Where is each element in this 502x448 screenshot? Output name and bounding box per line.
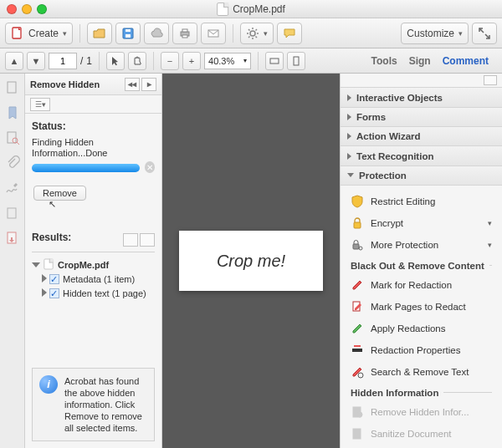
svg-rect-6 [182, 35, 187, 38]
fit-width-button[interactable] [265, 52, 284, 70]
lock-gear-icon [351, 238, 364, 252]
arrow-down-icon: ▼ [32, 56, 41, 66]
fit-page-button[interactable] [287, 52, 305, 70]
svg-rect-17 [270, 59, 279, 64]
apply-redactions-item[interactable]: Apply Redactions [344, 318, 499, 339]
next-page-button[interactable]: ▼ [27, 52, 45, 70]
select-tool-button[interactable] [106, 52, 125, 70]
email-button[interactable] [201, 23, 226, 44]
info-message-text: Acrobat has found the above hidden infor… [64, 375, 147, 434]
toolbar-separator [258, 52, 259, 70]
tab-comment[interactable]: Comment [443, 55, 489, 67]
accordion-protection[interactable]: Protection [341, 166, 502, 186]
page-number-input[interactable] [49, 53, 77, 69]
svg-point-31 [358, 373, 363, 378]
create-button-label: Create [28, 28, 59, 39]
export-pdf-icon[interactable] [5, 231, 20, 246]
tree-root[interactable]: CropMe.pdf [32, 257, 155, 272]
layers-icon[interactable] [5, 206, 20, 221]
customize-button-label: Customize [407, 28, 454, 39]
open-button[interactable] [87, 23, 112, 44]
panel-options-button[interactable]: ☰▾ [30, 98, 50, 111]
signatures-icon[interactable] [5, 181, 20, 196]
print-button[interactable] [172, 23, 197, 44]
tree-item-metadata[interactable]: Metadata (1 item) [32, 272, 155, 287]
redaction-properties-item[interactable]: Redaction Properties [344, 339, 499, 361]
checkbox-hidden-text[interactable] [49, 288, 59, 298]
page-separator: / [80, 55, 83, 67]
mark-for-redaction-item[interactable]: Mark for Redaction [344, 274, 499, 296]
zoom-level-select[interactable]: 40.3%▾ [204, 53, 251, 69]
expand-all-button[interactable] [123, 233, 138, 247]
results-heading: Results: [32, 232, 71, 243]
remove-hidden-info-item: Remove Hidden Infor... [344, 401, 499, 423]
mark-pages-redact-item[interactable]: Mark Pages to Redact [344, 296, 499, 318]
create-button[interactable]: Create ▾ [5, 23, 73, 44]
thumbnails-icon[interactable] [5, 80, 20, 95]
accordion-action-wizard[interactable]: Action Wizard [341, 127, 502, 146]
panel-title: Remove Hidden [30, 79, 100, 89]
zoom-in-button[interactable]: + [182, 52, 201, 70]
more-protection-item[interactable]: More Protection ▾ [344, 234, 499, 256]
floppy-disk-icon [121, 27, 135, 40]
attachments-icon[interactable] [5, 155, 20, 171]
side-tabs: Tools Sign Comment [371, 55, 497, 67]
save-button[interactable] [115, 23, 141, 44]
printer-icon [178, 27, 192, 40]
cloud-button[interactable] [144, 23, 169, 44]
zoom-level-value: 40.3% [208, 56, 234, 66]
status-text: Finding Hidden Information...Done [32, 137, 155, 159]
info-message-box: i Acrobat has found the above hidden inf… [32, 368, 155, 441]
encrypt-item[interactable]: Encrypt ▾ [344, 212, 499, 234]
panel-prev-button[interactable]: ◂◂ [125, 78, 140, 91]
accordion-interactive-objects[interactable]: Interactive Objects [341, 88, 502, 107]
shield-icon [351, 195, 364, 208]
zoom-out-button[interactable]: − [161, 52, 179, 70]
chevron-down-icon [347, 173, 354, 177]
document-viewport[interactable]: Crop me! [162, 74, 340, 448]
accordion-text-recognition[interactable]: Text Recognition [341, 146, 502, 165]
traffic-lights [7, 4, 47, 14]
svg-rect-26 [353, 244, 359, 249]
svg-rect-34 [353, 429, 361, 439]
envelope-icon [207, 27, 220, 40]
chevron-down-icon: ▾ [264, 29, 268, 38]
svg-point-27 [359, 247, 362, 250]
prev-page-button[interactable]: ▲ [5, 52, 23, 70]
chevron-down-icon: ▾ [243, 57, 247, 64]
create-pdf-icon [11, 27, 24, 40]
hand-tool-button[interactable] [128, 52, 146, 70]
checkbox-metadata[interactable] [49, 274, 59, 284]
accordion-forms[interactable]: Forms [341, 108, 502, 127]
cancel-scan-button[interactable]: ✕ [145, 161, 155, 173]
toolbar-separator [153, 52, 154, 70]
blackout-section-heading: Black Out & Remove Content [344, 256, 499, 274]
settings-button[interactable]: ▾ [240, 23, 274, 44]
panel-next-button[interactable]: ▸ [141, 78, 156, 91]
pdf-file-icon [217, 3, 228, 16]
bookmarks-icon[interactable] [5, 105, 20, 120]
restrict-editing-item[interactable]: Restrict Editing [344, 191, 499, 212]
tools-pane-menu-button[interactable] [484, 75, 497, 85]
minimize-window-button[interactable] [22, 4, 32, 14]
collapse-all-button[interactable] [140, 233, 155, 247]
zoom-window-button[interactable] [37, 4, 47, 14]
redact-pages-icon [351, 300, 364, 313]
plus-icon: + [189, 56, 194, 66]
search-remove-text-item[interactable]: Search & Remove Text [344, 361, 499, 383]
close-window-button[interactable] [7, 4, 17, 14]
search-panel-icon[interactable] [5, 130, 20, 145]
lock-icon [351, 216, 364, 230]
page-content-text: Crop me! [217, 252, 285, 271]
tab-sign[interactable]: Sign [409, 55, 431, 67]
page-total: 1 [86, 55, 92, 67]
customize-button[interactable]: Customize▾ [401, 23, 469, 44]
svg-point-8 [250, 31, 255, 36]
fullscreen-button[interactable] [472, 23, 497, 44]
main-toolbar: Create ▾ ▾ Customize▾ [0, 18, 502, 48]
fit-width-icon [269, 56, 279, 66]
tree-item-hidden-text[interactable]: Hidden text (1 page) [32, 287, 155, 301]
sign-tool-button[interactable] [277, 23, 302, 44]
window-title: CropMe.pdf [217, 3, 285, 16]
tab-tools[interactable]: Tools [371, 55, 397, 67]
